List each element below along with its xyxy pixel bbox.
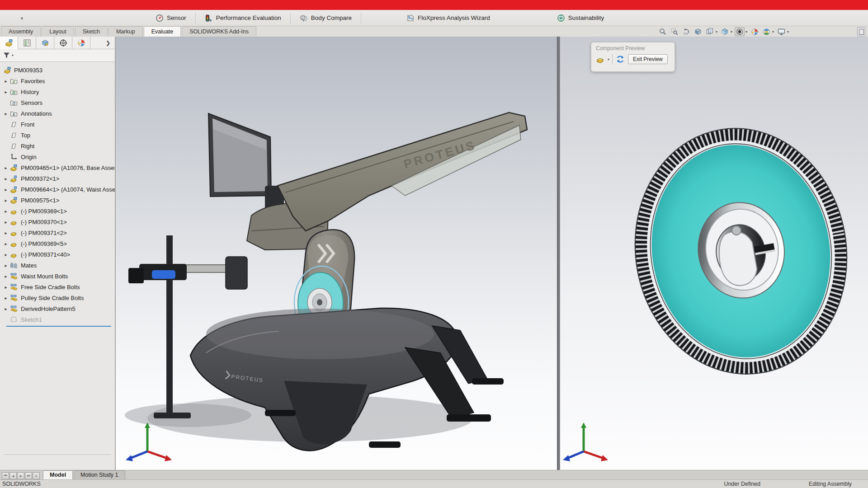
expand-arrow[interactable]: ▸ [2,176,10,181]
tree-item[interactable]: ▸ Waist Mount Bolts [0,271,115,282]
display-style-button[interactable] [735,27,745,36]
dimxpert-manager-tab[interactable] [54,37,72,49]
proteus-machine-model: PROTEUS [116,37,557,470]
tree-item[interactable]: Right [0,141,115,151]
expand-arrow[interactable]: ▸ [2,241,10,246]
tree-item[interactable]: Front [0,119,115,130]
tree-item[interactable]: ▸ DerivedHolePattern5 [0,303,115,314]
zoom-area-button[interactable] [670,27,679,36]
tab-solidworks-add-ins[interactable]: SOLIDWORKS Add-Ins [182,26,256,37]
expand-arrow[interactable]: ▸ [2,209,10,214]
exit-preview-button[interactable]: Exit Preview [628,54,668,64]
dropdown-caret[interactable]: ▾ [745,30,747,34]
tree-item[interactable]: ▸ (-) PM009369<1> [0,206,115,216]
expand-arrow[interactable]: ▸ [2,263,10,268]
tree-item[interactable]: ▸ PM009372<1> [0,173,115,184]
tree-item[interactable]: ▸ Free Side Cradle Bolts [0,282,115,292]
tab-layout[interactable]: Layout [42,26,74,37]
tab-assembly[interactable]: Assembly [1,26,41,37]
floxpress-button[interactable]: FloXpress Analysis Wizard [400,11,496,25]
tree-item[interactable]: ▸ Annotations [0,108,115,119]
sensor-button[interactable]: Sensor [149,11,193,25]
expand-arrow[interactable]: ▸ [2,165,10,170]
sensors-folder-icon [10,99,18,107]
tree-item[interactable]: ▸ (-) PM009369<5> [0,238,115,249]
previous-view-button[interactable] [681,27,691,36]
display-manager-tab[interactable] [72,37,90,49]
preview-viewport[interactable]: Component Preview ▾ Exit Preview [560,37,868,470]
tree-item[interactable]: Sketch1 [0,314,115,325]
tree-item[interactable]: ▸ Pulley Side Cradle Bolts [0,292,115,303]
sync-preview-icon[interactable] [615,55,625,64]
tree-item[interactable]: Sensors [0,97,115,108]
motion-study-tab[interactable]: Motion Study 1 [74,470,125,479]
model-tab[interactable]: Model [43,470,73,479]
expand-arrow[interactable]: ▸ [2,296,10,300]
tree-item[interactable]: ▸ (-) PM009371<40> [0,249,115,260]
property-manager-tab[interactable] [18,37,36,49]
viewport-splitter[interactable] [557,37,560,470]
tree-item[interactable]: Top [0,130,115,141]
filter-icon[interactable] [3,52,10,59]
expand-arrow[interactable]: ▸ [2,198,10,203]
expand-arrow[interactable]: ▸ [2,220,10,225]
rollback-bar[interactable] [6,326,111,327]
tree-item[interactable]: ▸ (-) PM009371<2> [0,227,115,238]
view-settings-button[interactable] [776,27,786,36]
sustainability-button[interactable]: Sustainability [551,11,611,25]
expand-arrow[interactable]: ▸ [2,187,10,192]
expand-arrow[interactable]: ▸ [2,89,10,94]
expand-arrow[interactable]: ▸ [2,79,10,84]
tree-item[interactable]: ▸ Mates [0,260,115,271]
feature-tree-tab[interactable] [0,37,18,49]
edit-appearance-button[interactable] [761,27,771,36]
tab-evaluate[interactable]: Evaluate [144,26,181,37]
main-viewport[interactable]: PROTEUS [116,37,557,470]
dropdown-caret[interactable]: ▾ [772,30,774,34]
tree-item[interactable]: ▸ PM009465<1> (A10076, Base Assembl [0,162,115,173]
expand-arrow[interactable]: ▸ [2,252,10,257]
tree-item[interactable]: ▸ (-) PM009370<1> [0,216,115,227]
tree-item[interactable]: Origin [0,151,115,162]
floxpress-label: FloXpress Analysis Wizard [418,14,490,21]
tree-item[interactable]: ▸ PM009664<1> (A10074, Waist Assem [0,184,115,195]
tab-markup[interactable]: Markup [108,26,143,37]
dropdown-caret[interactable]: ▾ [787,30,789,34]
performance-evaluation-button[interactable]: Performance Evaluation [198,11,288,25]
dropdown-caret[interactable]: ▾ [731,30,732,34]
zoom-area-icon [671,28,678,35]
tab-list-button[interactable]: ≡ [33,472,40,479]
expand-arrow[interactable]: ▸ [2,230,10,235]
preview-part-icon[interactable] [596,55,605,64]
tree-item[interactable]: ▸ Favorites [0,75,115,86]
view-orientation-button[interactable] [720,27,730,36]
next-tab-button[interactable]: ▸ [17,472,24,479]
last-tab-button[interactable]: ⏭ [25,472,32,479]
status-mode-label[interactable]: Editing Assembly [809,481,852,487]
dropdown-caret[interactable]: ▾ [716,30,717,34]
expand-arrow[interactable]: ▸ [2,274,10,279]
expand-arrow[interactable]: ▸ [2,111,10,116]
preview-part-caret-icon[interactable]: ▾ [608,57,609,61]
expand-arrow[interactable]: ▸ [2,285,10,290]
zoom-fit-button[interactable] [658,27,668,36]
prev-tab-button[interactable]: ◂ [9,472,17,479]
tree-item[interactable]: ▸ PM009575<1> [0,195,115,206]
tab-sketch[interactable]: Sketch [75,26,108,37]
body-compare-button[interactable]: Body Compare [293,11,358,25]
first-tab-button[interactable]: ⏮ [2,472,9,479]
section-view-button[interactable] [693,27,703,36]
filter-caret-icon[interactable]: ▾ [12,53,14,57]
expand-arrow[interactable]: ▸ [2,306,10,311]
panel-splitter-line[interactable] [4,455,111,455]
panel-tabs-overflow[interactable]: ❯ [90,37,115,49]
zoom-fit-icon [659,28,666,35]
task-pane-icon[interactable] [857,27,865,36]
tree-root-item[interactable]: PM009353 [0,65,115,75]
top-banner [0,0,868,10]
configuration-manager-tab[interactable] [36,37,54,49]
dynamic-annotation-button[interactable] [705,27,715,36]
hide-show-items-button[interactable] [750,27,760,36]
tab-nav-buttons: ⏮ ◂ ▸ ⏭ ≡ [2,472,40,479]
tree-item[interactable]: ▸ History [0,86,115,97]
